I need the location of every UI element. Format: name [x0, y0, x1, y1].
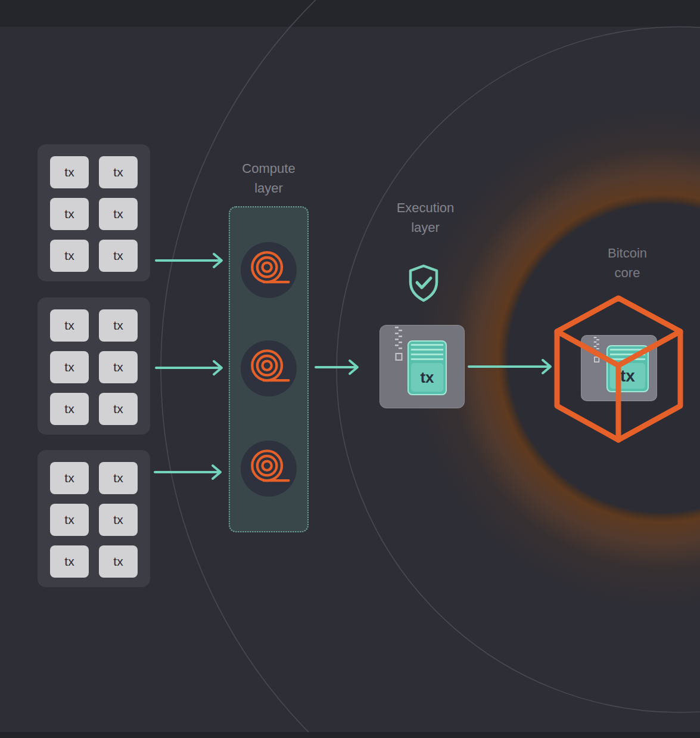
rollup-scroll-icon	[243, 244, 294, 296]
compute-layer-label-line1: Compute	[242, 161, 295, 176]
tx-batch-group-2: txtxtxtxtxtx	[38, 297, 150, 435]
top-edge-strip	[0, 0, 700, 27]
flow-arrow-icon	[468, 358, 553, 376]
tx-cell: tx	[99, 309, 138, 342]
tx-cell: tx	[99, 156, 138, 188]
tx-cell: tx	[99, 393, 138, 425]
zipper-icon	[394, 327, 404, 364]
compressed-lines	[411, 344, 443, 362]
execution-layer-label: Execution layer	[372, 198, 479, 237]
execution-layer-label-line1: Execution	[397, 200, 455, 215]
execution-layer-label-line2: layer	[411, 220, 440, 235]
flow-arrow-icon	[155, 252, 224, 269]
tx-cell: tx	[99, 351, 138, 383]
rollup-node	[241, 441, 297, 497]
rollup-scroll-icon	[243, 343, 294, 394]
flow-arrow-icon	[154, 463, 223, 481]
tx-cell: tx	[99, 504, 138, 536]
tx-batch-group-1: txtxtxtxtxtx	[38, 144, 150, 281]
tx-cell: tx	[99, 545, 138, 578]
tx-document-label: tx	[411, 363, 443, 392]
rollup-architecture-diagram: txtxtxtxtxtx txtxtxtxtxtx txtxtxtxtxtx C…	[0, 0, 700, 738]
tx-cell: tx	[99, 462, 138, 494]
tx-cell: tx	[50, 462, 89, 494]
tx-cell: tx	[50, 393, 89, 425]
compressed-batch-zipfile-in-block: tx	[581, 335, 657, 401]
rollup-node	[241, 340, 297, 396]
bitcoin-core-label-line1: Bitcoin	[608, 246, 647, 261]
tx-cell: tx	[50, 504, 89, 536]
bitcoin-core-label-line2: core	[615, 265, 640, 280]
zipper-icon	[593, 337, 601, 365]
bottom-edge-strip	[0, 732, 700, 738]
tx-batch-group-3: txtxtxtxtxtx	[38, 450, 150, 587]
tx-cell: tx	[50, 240, 89, 272]
flow-arrow-icon	[315, 358, 360, 376]
tx-cell: tx	[50, 351, 89, 383]
tx-cell: tx	[50, 545, 89, 578]
compressed-batch-zipfile: tx	[379, 325, 465, 408]
tx-document: tx	[606, 345, 649, 392]
compute-layer-label-line2: layer	[254, 181, 283, 196]
shield-check-icon	[406, 264, 441, 305]
tx-cell: tx	[50, 198, 89, 230]
tx-cell: tx	[50, 309, 89, 342]
flow-arrow-icon	[155, 359, 224, 377]
tx-cell: tx	[99, 240, 138, 272]
tx-cell: tx	[50, 156, 89, 188]
tx-cell: tx	[99, 198, 138, 230]
compute-layer-label: Compute layer	[223, 159, 315, 198]
tx-document: tx	[407, 340, 447, 395]
rollup-node	[241, 242, 297, 298]
tx-document-label: tx	[610, 363, 645, 389]
compute-layer-panel	[229, 206, 309, 532]
rollup-scroll-icon	[243, 443, 294, 494]
compressed-lines	[610, 349, 645, 362]
bitcoin-core-label: Bitcoin core	[579, 243, 676, 283]
